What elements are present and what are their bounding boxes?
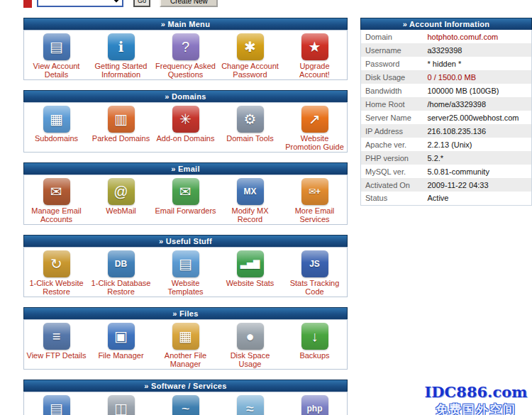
menu-item-software-2[interactable]: ◫	[89, 395, 153, 415]
menu-item-label: Website Templates	[155, 279, 216, 296]
account-info-row: Home Root /home/a3329398	[361, 97, 532, 111]
menu-item-label: Website Promotion Guide	[284, 134, 345, 151]
menu-item-view-ftp-details[interactable]: ≡ View FTP Details	[24, 323, 89, 369]
row-value: Active	[423, 192, 532, 205]
menu-item-1-click-database-restore[interactable]: DB 1-Click Database Restore	[89, 250, 153, 297]
section-items: ▤ View Account Details ℹ Getting Started…	[23, 30, 348, 80]
row-label: Status	[361, 192, 423, 205]
menu-item-more-email-services[interactable]: ✉+ More Email Services	[282, 178, 347, 224]
account-switcher-select[interactable]	[37, 0, 123, 7]
menu-item-software-1[interactable]: ▤	[24, 395, 89, 415]
menu-item-label: Upgrade Account!	[284, 62, 345, 79]
menu-item-software-5[interactable]: php	[282, 395, 347, 415]
logo-fragment	[23, 0, 32, 8]
row-value: 2.2.13 (Unix)	[423, 138, 532, 151]
menu-item-disk-space-usage[interactable]: ● Disk Space Usage	[218, 323, 282, 369]
account-info-header: » Account Information	[360, 18, 532, 30]
menu-item-frequency-asked-questions[interactable]: ? Frequency Asked Questions	[153, 33, 218, 79]
award-ribbon-icon: ★	[301, 33, 328, 60]
row-label: Domain	[361, 30, 423, 43]
menu-item-label: File Manager	[90, 351, 152, 360]
menu-item-label: View FTP Details	[26, 351, 87, 360]
email-services-icon: ✉+	[301, 178, 328, 205]
bar-chart-icon: ▃▅▇	[237, 250, 264, 277]
gears-icon: ⚙	[237, 106, 264, 133]
menu-item-email-forwarders[interactable]: ✉ Email Forwarders	[153, 178, 218, 224]
cubes-icon: ▦	[43, 106, 70, 133]
parked-cubes-icon: ▥	[108, 106, 135, 133]
menu-item-1-click-website-restore[interactable]: ↻ 1-Click Website Restore	[24, 250, 89, 297]
menu-item-label: Manage Email Accounts	[26, 206, 87, 223]
menu-item-label: 1-Click Website Restore	[26, 279, 87, 296]
account-info-row: Apache ver. 2.2.13 (Unix)	[361, 138, 532, 151]
account-info-row: IP Address 216.108.235.136	[361, 124, 532, 138]
menu-item-change-account-password[interactable]: ✱ Change Account Password	[218, 33, 282, 79]
menu-item-label: Email Forwarders	[155, 206, 216, 215]
account-info-row: MySQL ver. 5.0.81-community	[361, 165, 532, 178]
account-info-panel: » Account Information Domain hotphoto.co…	[360, 18, 532, 206]
section-items: ↻ 1-Click Website Restore DB 1-Click Dat…	[23, 247, 348, 297]
menu-item-manage-email-accounts[interactable]: ✉ Manage Email Accounts	[24, 178, 89, 224]
php-icon: php	[301, 395, 328, 415]
menu-item-backups[interactable]: ↓ Backups	[282, 323, 347, 369]
menu-item-label: 1-Click Database Restore	[90, 279, 152, 296]
templates-window-icon: ▤	[172, 250, 199, 277]
menu-item-label: Frequency Asked Questions	[155, 62, 216, 79]
menu-item-website-stats[interactable]: ▃▅▇ Website Stats	[218, 250, 282, 297]
menu-item-label: Change Account Password	[219, 62, 281, 79]
menu-item-label: Parked Domains	[90, 134, 152, 143]
row-label: Home Root	[361, 97, 423, 111]
account-info-row: Domain hotphoto.comuf.com	[361, 30, 532, 43]
app-window-icon: ▤	[43, 395, 70, 415]
menu-item-view-account-details[interactable]: ▤ View Account Details	[24, 33, 89, 79]
account-info-row: Password * hidden *	[361, 57, 532, 70]
row-label: Activated On	[361, 178, 423, 192]
row-label: Server Name	[361, 111, 423, 124]
menu-item-modify-mx-record[interactable]: MX Modify MX Record	[218, 178, 282, 224]
forward-envelope-icon: ✉	[172, 178, 199, 205]
menu-item-software-3[interactable]: ~	[153, 395, 218, 415]
account-info-table: Domain hotphoto.comuf.com Username a3329…	[360, 30, 532, 206]
row-label: MySQL ver.	[361, 165, 423, 178]
menu-item-getting-started-information[interactable]: ℹ Getting Started Information	[89, 33, 153, 79]
menu-item-parked-domains[interactable]: ▥ Parked Domains	[89, 106, 153, 152]
menu-item-label: Getting Started Information	[90, 62, 152, 79]
menu-item-website-templates[interactable]: ▤ Website Templates	[153, 250, 218, 297]
menu-item-label: Add-on Domains	[155, 134, 216, 143]
menu-item-add-on-domains[interactable]: ✳ Add-on Domains	[153, 106, 218, 152]
create-new-button[interactable]: Create New	[160, 0, 218, 7]
menu-item-another-file-manager[interactable]: ▦ Another File Manager	[153, 323, 218, 369]
question-icon: ?	[172, 33, 199, 60]
menu-item-upgrade-account[interactable]: ★ Upgrade Account!	[282, 33, 347, 79]
promotion-arrow-icon: ↗	[301, 106, 328, 133]
view-account-details-icon: ▤	[43, 33, 70, 60]
menu-item-label: Stats Tracking Code	[284, 279, 345, 296]
row-value: 216.108.235.136	[423, 124, 532, 138]
menu-item-domain-tools[interactable]: ⚙ Domain Tools	[218, 106, 282, 152]
go-button[interactable]: Go	[133, 0, 150, 7]
menu-item-label: Domain Tools	[219, 134, 281, 143]
menu-item-software-4[interactable]: ≈	[218, 395, 282, 415]
menu-item-stats-tracking-code[interactable]: JS Stats Tracking Code	[282, 250, 347, 297]
section-email: » Email ✉ Manage Email Accounts @ WebMai…	[23, 162, 348, 225]
restore-box-icon: ↻	[43, 250, 70, 277]
row-value: server25.000webhost.com	[423, 111, 532, 124]
mailbox-icon: ✉	[43, 178, 70, 205]
menu-item-website-promotion-guide[interactable]: ↗ Website Promotion Guide	[282, 106, 347, 152]
row-value: * hidden *	[423, 57, 532, 70]
account-info-row: Disk Usage 0 / 1500.0 MB	[361, 70, 532, 84]
row-label: PHP version	[361, 151, 423, 165]
row-value: 5.2.*	[423, 151, 532, 165]
menu-item-label: Subdomains	[26, 134, 87, 143]
section-useful-stuff: » Useful Stuff ↻ 1-Click Website Restore…	[23, 235, 348, 297]
account-info-row: Activated On 2009-11-22 04:33	[361, 178, 532, 192]
menu-item-webmail[interactable]: @ WebMail	[89, 178, 153, 224]
menu-item-file-manager[interactable]: ▣ File Manager	[89, 323, 153, 369]
menu-item-subdomains[interactable]: ▦ Subdomains	[24, 106, 89, 152]
mx-chart-icon: MX	[237, 178, 264, 205]
row-value: a3329398	[423, 43, 532, 57]
row-label: Password	[361, 57, 423, 70]
section-software-services: » Software / Services ▤ ◫ ~ ≈	[23, 380, 348, 415]
row-value: /home/a3329398	[423, 97, 532, 111]
section-items: ≡ View FTP Details ▣ File Manager ▦ Anot…	[23, 319, 348, 370]
